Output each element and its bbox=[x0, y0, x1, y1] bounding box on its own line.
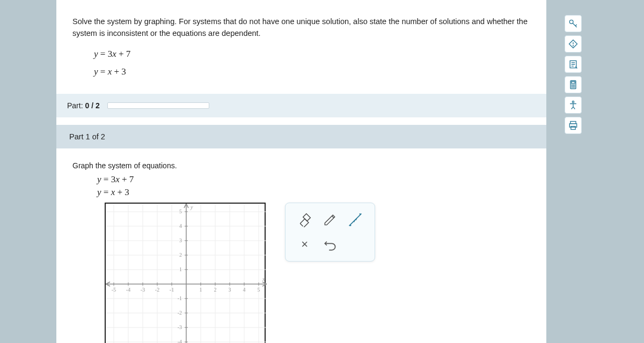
eraser-tool[interactable] bbox=[296, 211, 314, 229]
svg-rect-70 bbox=[572, 81, 575, 83]
accessibility-button[interactable] bbox=[565, 96, 582, 114]
svg-text:5: 5 bbox=[179, 208, 182, 214]
side-toolbar bbox=[564, 15, 582, 134]
svg-text:5: 5 bbox=[258, 287, 260, 293]
main-content: Solve the system by graphing. For system… bbox=[56, 0, 546, 343]
svg-line-63 bbox=[350, 214, 361, 225]
svg-text:-3: -3 bbox=[141, 287, 145, 293]
part-equation-2: y = x + 3 bbox=[97, 186, 530, 199]
part-progress-header: Part: 0 / 2 bbox=[56, 94, 546, 117]
svg-point-66 bbox=[569, 20, 573, 24]
key-button[interactable] bbox=[565, 15, 582, 32]
svg-point-75 bbox=[573, 87, 573, 87]
part-content: Graph the system of equations. y = 3x + … bbox=[56, 148, 546, 344]
svg-text:-1: -1 bbox=[178, 295, 182, 301]
svg-point-72 bbox=[573, 85, 573, 85]
problem-equation-2: y = x + 3 bbox=[94, 65, 530, 79]
svg-text:-2: -2 bbox=[178, 310, 182, 316]
svg-text:3: 3 bbox=[229, 287, 231, 293]
clear-button[interactable]: × bbox=[296, 235, 314, 253]
svg-text:-3: -3 bbox=[178, 324, 182, 330]
svg-point-74 bbox=[572, 87, 572, 87]
part-title: Part 1 of 2 bbox=[69, 132, 105, 141]
progress-bar bbox=[107, 102, 209, 109]
calculator-button[interactable] bbox=[565, 76, 582, 93]
svg-text:1: 1 bbox=[200, 287, 202, 293]
svg-point-76 bbox=[574, 87, 575, 87]
undo-button[interactable] bbox=[321, 235, 339, 253]
part-instruction: Graph the system of equations. bbox=[72, 161, 530, 170]
print-button[interactable] bbox=[565, 117, 582, 134]
problem-equations: y = 3x + 7 y = x + 3 bbox=[94, 47, 530, 79]
svg-point-67 bbox=[573, 46, 574, 46]
problem-equation-1: y = 3x + 7 bbox=[94, 47, 530, 61]
svg-rect-80 bbox=[571, 126, 575, 130]
svg-text:-4: -4 bbox=[178, 339, 182, 343]
part-title-bar: Part 1 of 2 bbox=[56, 125, 546, 148]
svg-text:2: 2 bbox=[179, 252, 182, 258]
line-tool[interactable] bbox=[346, 211, 364, 229]
svg-text:-4: -4 bbox=[126, 287, 130, 293]
svg-text:1: 1 bbox=[179, 266, 182, 272]
svg-point-71 bbox=[572, 85, 572, 85]
problem-statement-block: Solve the system by graphing. For system… bbox=[56, 0, 546, 94]
coordinate-graph[interactable]: -5-4-3-2-112345 54321-1-2-3-4-5 y x bbox=[105, 203, 266, 343]
part-equation-1: y = 3x + 7 bbox=[97, 173, 530, 187]
svg-text:4: 4 bbox=[243, 287, 246, 293]
y-axis-label: y bbox=[190, 204, 193, 210]
pencil-tool[interactable] bbox=[321, 211, 339, 229]
svg-text:-5: -5 bbox=[112, 287, 116, 293]
x-axis-label: x bbox=[262, 276, 265, 282]
svg-point-73 bbox=[574, 85, 575, 85]
svg-text:2: 2 bbox=[214, 287, 217, 293]
graph-tool-panel: × bbox=[285, 203, 375, 262]
part-equations: y = 3x + 7 y = x + 3 bbox=[97, 173, 530, 199]
svg-text:-2: -2 bbox=[155, 287, 159, 293]
hint-button[interactable] bbox=[565, 35, 582, 53]
part-progress-label: Part: 0 / 2 bbox=[67, 101, 100, 110]
notes-button[interactable] bbox=[565, 56, 582, 73]
problem-statement: Solve the system by graphing. For system… bbox=[72, 16, 530, 40]
svg-text:-1: -1 bbox=[170, 287, 174, 293]
svg-text:4: 4 bbox=[179, 223, 182, 229]
svg-point-77 bbox=[572, 101, 574, 103]
svg-text:3: 3 bbox=[179, 237, 182, 243]
